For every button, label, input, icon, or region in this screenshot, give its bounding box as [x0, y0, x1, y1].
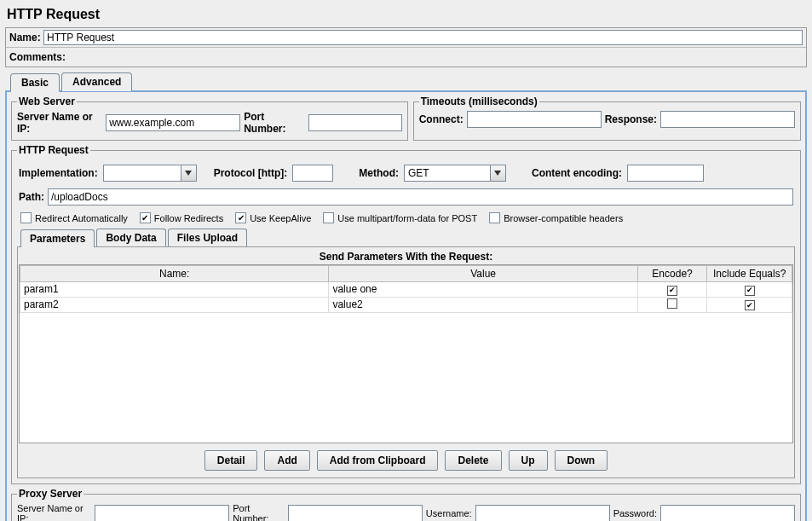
response-label: Response: — [605, 113, 657, 125]
col-value[interactable]: Value — [329, 266, 637, 282]
detail-button[interactable]: Detail — [204, 450, 258, 471]
add-button[interactable]: Add — [264, 450, 309, 471]
enc-input[interactable] — [627, 165, 704, 182]
comments-label: Comments: — [9, 51, 66, 63]
server-input[interactable] — [106, 114, 240, 131]
tab-parameters[interactable]: Parameters — [20, 229, 95, 247]
server-label: Server Name or IP: — [17, 111, 102, 135]
proto-label: Protocol [http]: — [214, 167, 288, 179]
path-label: Path: — [19, 191, 44, 203]
follow-redir-label: Follow Redirects — [154, 213, 223, 223]
name-input[interactable] — [43, 30, 803, 45]
basic-panel: Web Server Server Name or IP: Port Numbe… — [5, 90, 807, 521]
proxy-pass-label: Password: — [613, 508, 657, 518]
col-include[interactable]: Include Equals? — [707, 266, 792, 282]
proxy-server-label: Server Name or IP: — [17, 503, 91, 521]
timeouts-fieldset: Timeouts (milliseconds) Connect: Respons… — [413, 96, 801, 141]
multipart-checkbox[interactable]: Use multipart/form-data for POST — [323, 212, 477, 223]
multipart-label: Use multipart/form-data for POST — [337, 213, 477, 223]
down-button[interactable]: Down — [555, 450, 608, 471]
http-request-legend: HTTP Request — [17, 144, 90, 156]
method-value: GET — [405, 167, 490, 179]
tab-files-upload[interactable]: Files Upload — [168, 229, 247, 246]
impl-select[interactable] — [103, 165, 197, 182]
path-input[interactable] — [48, 188, 793, 206]
proxy-user-label: Username: — [426, 508, 472, 518]
col-encode[interactable]: Encode? — [637, 266, 707, 282]
col-name[interactable]: Name: — [20, 266, 329, 282]
chevron-down-icon — [181, 165, 196, 181]
proxy-fieldset: Proxy Server Server Name or IP: Port Num… — [11, 488, 801, 521]
web-server-fieldset: Web Server Server Name or IP: Port Numbe… — [11, 96, 408, 141]
port-label: Port Number: — [244, 111, 305, 135]
http-request-fieldset: HTTP Request Implementation: Protocol [h… — [11, 144, 801, 484]
proxy-server-input[interactable] — [95, 505, 229, 521]
sub-tab-strip: Parameters Body Data Files Upload — [17, 229, 795, 246]
web-server-legend: Web Server — [17, 96, 77, 107]
tab-body-data[interactable]: Body Data — [96, 229, 165, 246]
name-label: Name: — [9, 32, 41, 43]
proxy-user-input[interactable] — [475, 505, 610, 521]
browser-hdrs-checkbox[interactable]: Browser-compatible headers — [489, 212, 623, 223]
method-label: Method: — [359, 167, 399, 179]
proxy-legend: Proxy Server — [17, 488, 84, 500]
proxy-port-label: Port Number: — [233, 503, 285, 521]
redir-auto-checkbox[interactable]: Redirect Automatically — [20, 212, 128, 223]
impl-label: Implementation: — [19, 167, 98, 179]
follow-redir-checkbox[interactable]: ✔Follow Redirects — [140, 212, 223, 223]
table-row[interactable]: param2value2✔ — [20, 297, 792, 312]
tab-advanced[interactable]: Advanced — [61, 72, 132, 91]
table-row[interactable]: param1value one✔✔ — [20, 282, 792, 298]
timeouts-legend: Timeouts (milliseconds) — [419, 96, 539, 107]
keepalive-label: Use KeepAlive — [250, 213, 311, 223]
name-comments-box: Name: Comments: — [5, 27, 807, 67]
main-tab-strip: Basic Advanced — [5, 72, 807, 91]
chevron-down-icon — [490, 165, 505, 181]
browser-hdrs-label: Browser-compatible headers — [504, 213, 623, 223]
delete-button[interactable]: Delete — [445, 450, 501, 471]
tab-basic[interactable]: Basic — [10, 73, 60, 92]
connect-label: Connect: — [419, 113, 464, 125]
port-input[interactable] — [308, 114, 402, 131]
redir-auto-label: Redirect Automatically — [35, 213, 128, 223]
response-input[interactable] — [660, 111, 795, 128]
up-button[interactable]: Up — [509, 450, 548, 471]
keepalive-checkbox[interactable]: ✔Use KeepAlive — [235, 212, 311, 223]
connect-input[interactable] — [467, 111, 602, 128]
params-title: Send Parameters With the Request: — [18, 247, 794, 264]
parameters-panel: Send Parameters With the Request: Name: … — [17, 246, 795, 478]
proto-input[interactable] — [292, 165, 333, 182]
proxy-pass-input[interactable] — [660, 505, 795, 521]
proxy-port-input[interactable] — [288, 505, 423, 521]
page-title: HTTP Request — [7, 7, 807, 22]
enc-label: Content encoding: — [532, 167, 622, 179]
add-clipboard-button[interactable]: Add from Clipboard — [317, 450, 439, 471]
method-select[interactable]: GET — [404, 165, 506, 182]
params-grid[interactable]: Name: Value Encode? Include Equals? para… — [19, 264, 793, 443]
